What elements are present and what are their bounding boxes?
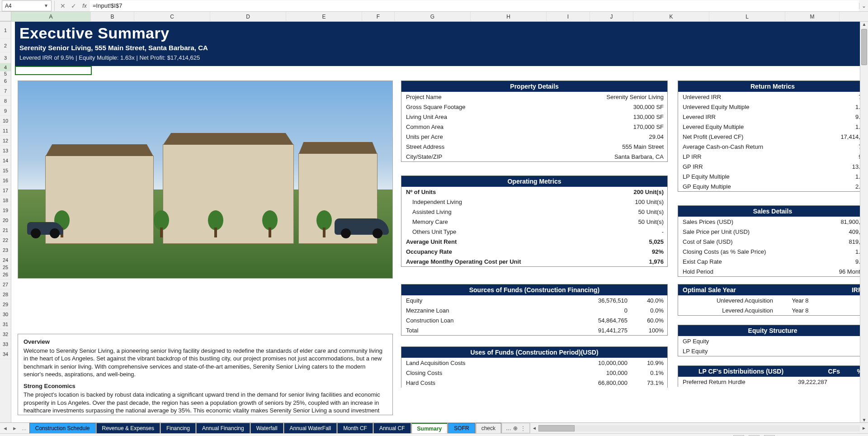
formula-bar-expand-icon[interactable]: ⌄ xyxy=(859,3,868,9)
sheet-tab-check[interactable]: check xyxy=(476,423,501,433)
row-header-34[interactable]: 34 xyxy=(0,349,11,359)
row-header-21[interactable]: 21 xyxy=(0,225,11,235)
row-header-32[interactable]: 32 xyxy=(0,329,11,339)
row-header-20[interactable]: 20 xyxy=(0,215,11,225)
scroll-down-icon[interactable]: ▼ xyxy=(860,417,868,422)
row-value: 100 Unit(s) xyxy=(618,199,664,205)
sheet-tab-annual-cf[interactable]: Annual CF xyxy=(373,423,411,433)
column-header-I[interactable]: I xyxy=(547,12,590,21)
row-header-4[interactable]: 4 xyxy=(0,63,11,71)
row-header-8[interactable]: 8 xyxy=(0,96,11,106)
column-header-D[interactable]: D xyxy=(210,12,286,21)
h-scrollbar-thumb[interactable] xyxy=(538,425,575,431)
row-header-27[interactable]: 27 xyxy=(0,280,11,289)
row-header-11[interactable]: 11 xyxy=(0,126,11,136)
scroll-up-icon[interactable]: ▲ xyxy=(860,22,868,27)
sheet-tab-waterfall[interactable]: Waterfall xyxy=(250,423,283,433)
row-header-14[interactable]: 14 xyxy=(0,156,11,166)
row-pct: 73.1% xyxy=(627,379,664,386)
tab-nav-next-icon[interactable]: ► xyxy=(12,426,17,431)
row-header-24[interactable]: 24 xyxy=(0,255,11,265)
row-label: Assisted Living xyxy=(406,209,618,215)
table-row: Hold Period96 Month xyxy=(678,266,860,276)
formula-input[interactable] xyxy=(90,0,859,11)
row-header-10[interactable]: 10 xyxy=(0,116,11,126)
row-header-19[interactable]: 19 xyxy=(0,205,11,215)
optimal-sale-panel: Optimal Sale Year IRR Unlevered Acquisit… xyxy=(678,284,860,316)
tab-nav-prev-icon[interactable]: ◄ xyxy=(3,426,8,431)
column-header-L[interactable]: L xyxy=(709,12,785,21)
vertical-scrollbar[interactable]: ▲ ▼ xyxy=(860,22,868,422)
row-header-6[interactable]: 6 xyxy=(0,76,11,86)
tabs-menu-icon[interactable]: ⋮ xyxy=(520,425,526,431)
row-header-13[interactable]: 13 xyxy=(0,146,11,156)
row-header-33[interactable]: 33 xyxy=(0,339,11,349)
column-header-F[interactable]: F xyxy=(362,12,395,21)
row-header-15[interactable]: 15 xyxy=(0,166,11,175)
table-row: Closing Costs100,0000.1% xyxy=(401,368,667,378)
sheet-tab-sofr[interactable]: SOFR xyxy=(448,423,475,433)
scroll-left-icon[interactable]: ◄ xyxy=(530,426,538,431)
row-header-25[interactable]: 25 xyxy=(0,265,11,270)
scroll-right-icon[interactable]: ► xyxy=(860,426,868,431)
column-header-J[interactable]: J xyxy=(590,12,633,21)
row-value: 7. xyxy=(818,143,860,150)
column-header-C[interactable]: C xyxy=(134,12,210,21)
row-header-18[interactable]: 18 xyxy=(0,195,11,205)
column-header-A[interactable]: A xyxy=(11,12,91,21)
row-label: Sale Price per Unit (USD) xyxy=(683,228,818,235)
row-value: Serenity Senior Living xyxy=(607,94,664,100)
row-header-3[interactable]: 3 xyxy=(0,52,11,63)
row-value: 1.6 xyxy=(818,173,860,180)
fx-icon[interactable]: fx xyxy=(79,3,90,9)
table-row-total: Total91,441,275100% xyxy=(401,325,667,335)
sheet-tab-annual-financing[interactable]: Annual Financing xyxy=(196,423,250,433)
tabs-overflow[interactable]: … ⊕ ⋮ xyxy=(502,423,530,433)
column-header-G[interactable]: G xyxy=(395,12,471,21)
column-header-K[interactable]: K xyxy=(633,12,709,21)
row-label: Net Profit (Levered CF) xyxy=(683,133,818,140)
row-header-26[interactable]: 26 xyxy=(0,270,11,280)
row-header-28[interactable]: 28 xyxy=(0,289,11,299)
row-value: 130,000 SF xyxy=(618,114,664,120)
name-box[interactable]: A4 ▼ xyxy=(2,0,52,11)
column-header-E[interactable]: E xyxy=(286,12,362,21)
row-header-22[interactable]: 22 xyxy=(0,235,11,245)
row-header-9[interactable]: 9 xyxy=(0,106,11,116)
row-header-29[interactable]: 29 xyxy=(0,299,11,309)
sheet-tab-financing[interactable]: Financing xyxy=(160,423,196,433)
row-header-16[interactable]: 16 xyxy=(0,175,11,185)
row-header-7[interactable]: 7 xyxy=(0,86,11,96)
row-label: Sales Prices (USD) xyxy=(683,218,818,225)
row-header-23[interactable]: 23 xyxy=(0,245,11,255)
select-all-corner[interactable] xyxy=(0,12,11,21)
confirm-formula-icon[interactable]: ✓ xyxy=(68,2,79,9)
table-row: Common Area170,000 SF xyxy=(401,122,667,132)
column-header-M[interactable]: M xyxy=(785,12,840,21)
sheet-tab-summary[interactable]: Summary xyxy=(411,423,448,433)
row-header-31[interactable]: 31 xyxy=(0,319,11,329)
horizontal-scrollbar[interactable]: ◄ ► xyxy=(530,423,868,433)
sheet-tab-construction-schedule[interactable]: Construction Schedule xyxy=(29,423,96,433)
column-header-H[interactable]: H xyxy=(471,12,547,21)
sheet-tab-month-cf[interactable]: Month CF xyxy=(337,423,373,433)
row-label: Common Area xyxy=(406,123,618,130)
row-header-12[interactable]: 12 xyxy=(0,136,11,146)
lp-cf-col3: % xyxy=(840,368,860,375)
cell-selection-indicator xyxy=(15,66,92,75)
column-header-B[interactable]: B xyxy=(91,12,134,21)
row-header-2[interactable]: 2 xyxy=(0,39,11,52)
name-box-dropdown-icon[interactable]: ▼ xyxy=(44,3,48,8)
row-value: 91,441,275 xyxy=(573,327,627,334)
new-sheet-icon[interactable]: ⊕ xyxy=(513,425,518,431)
cancel-formula-icon[interactable]: ✕ xyxy=(57,2,68,9)
row-header-1[interactable]: 1 xyxy=(0,22,11,39)
row-header-17[interactable]: 17 xyxy=(0,185,11,195)
row-header-5[interactable]: 5 xyxy=(0,71,11,76)
row-header-30[interactable]: 30 xyxy=(0,309,11,319)
tab-nav-more-icon[interactable]: … xyxy=(22,426,27,431)
sheet-content[interactable]: Executive Summary Serenity Senior Living… xyxy=(11,22,860,422)
sheet-tab-revenue-expenses[interactable]: Revenue & Expenses xyxy=(96,423,160,433)
sheet-tab-annual-waterfall[interactable]: Annual WaterFall xyxy=(284,423,337,433)
scrollbar-thumb[interactable] xyxy=(861,29,867,65)
